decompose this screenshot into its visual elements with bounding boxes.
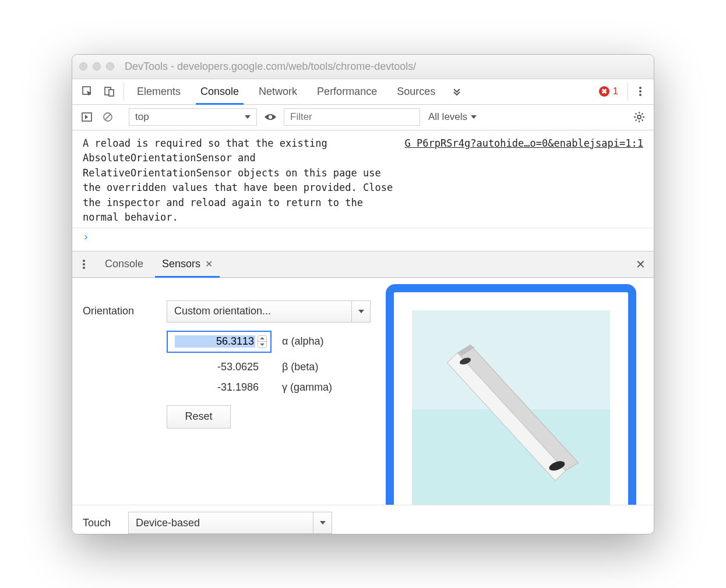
svg-point-4 [639, 90, 642, 93]
chevron-down-icon [471, 115, 477, 119]
orientation-preset-value: Custom orientation... [167, 305, 351, 317]
devtools-window: DevTools - developers.google.com/web/too… [72, 54, 654, 534]
touch-label: Touch [83, 517, 111, 529]
error-count: 1 [613, 86, 618, 97]
step-down-icon[interactable] [258, 342, 266, 348]
svg-rect-2 [109, 90, 114, 96]
svg-line-8 [105, 114, 111, 120]
device-toggle-icon[interactable] [99, 79, 120, 104]
drawer-tab-sensors-label: Sensors [162, 258, 200, 270]
svg-point-5 [639, 94, 642, 96]
console-toolbar: top All levels [72, 105, 654, 130]
close-tab-icon[interactable]: ✕ [205, 258, 213, 270]
window-titlebar: DevTools - developers.google.com/web/too… [72, 55, 654, 79]
alpha-value: 56.3113 [175, 335, 255, 348]
live-expression-icon[interactable] [260, 113, 280, 121]
svg-line-18 [642, 114, 643, 115]
gamma-label: γ (gamma) [282, 381, 332, 394]
orientation-preset-select[interactable]: Custom orientation... [167, 300, 371, 323]
tab-network[interactable]: Network [249, 79, 306, 104]
divider [124, 83, 124, 101]
tab-elements[interactable]: Elements [128, 79, 190, 104]
touch-section: Touch Device-based [72, 505, 654, 534]
touch-select[interactable]: Device-based [128, 512, 332, 534]
more-tabs-icon[interactable] [446, 79, 468, 104]
error-indicator[interactable]: ✖ 1 [593, 79, 624, 104]
inspect-element-icon[interactable] [77, 79, 98, 104]
devtools-menu-icon[interactable] [632, 79, 649, 104]
minimize-window-icon[interactable] [93, 62, 101, 70]
console-output: A reload is required so that the existin… [72, 130, 654, 228]
sensors-panel: Orientation Custom orientation... 56.311… [72, 278, 654, 505]
svg-line-16 [642, 119, 643, 121]
console-message-source[interactable]: G P6rpRSr4g?autohide…o=0&enablejsapi=1:1 [405, 136, 643, 225]
log-levels-label: All levels [428, 111, 467, 123]
device-3d-icon [412, 310, 610, 505]
error-icon: ✖ [599, 86, 609, 97]
zoom-window-icon[interactable] [106, 62, 114, 70]
drawer-tabbar: Console Sensors ✕ ✕ [72, 251, 654, 278]
tab-sources[interactable]: Sources [387, 79, 445, 104]
main-tabbar: Elements Console Network Performance Sou… [72, 79, 654, 105]
svg-point-20 [83, 263, 85, 265]
close-window-icon[interactable] [79, 62, 87, 70]
drawer-close-icon[interactable]: ✕ [627, 252, 654, 277]
execution-context-select[interactable]: top [129, 108, 257, 126]
orientation-section-label: Orientation [83, 300, 158, 505]
traffic-lights [79, 62, 114, 70]
gamma-value[interactable]: -31.1986 [167, 381, 272, 394]
svg-line-17 [636, 119, 637, 121]
chevron-down-icon [351, 301, 370, 322]
console-prompt[interactable]: › [72, 228, 654, 251]
execution-context-value: top [135, 111, 149, 123]
alpha-stepper[interactable] [258, 335, 267, 348]
svg-point-9 [269, 115, 272, 119]
drawer-tab-console[interactable]: Console [96, 252, 153, 277]
alpha-input[interactable]: 56.3113 [167, 331, 272, 353]
chevron-down-icon [313, 512, 332, 533]
console-message-text: A reload is required so that the existin… [83, 136, 398, 225]
log-levels-select[interactable]: All levels [424, 111, 481, 123]
touch-select-value: Device-based [129, 517, 313, 529]
console-settings-icon[interactable] [630, 111, 648, 123]
beta-label: β (beta) [282, 361, 318, 373]
tab-performance[interactable]: Performance [308, 79, 386, 104]
drawer-menu-icon[interactable] [72, 252, 96, 277]
console-filter-input[interactable] [284, 108, 420, 126]
orientation-preview-highlight [386, 284, 636, 505]
svg-point-3 [639, 87, 642, 89]
reset-button[interactable]: Reset [167, 405, 231, 428]
divider [628, 83, 628, 101]
chevron-down-icon [245, 115, 251, 119]
drawer-tab-sensors[interactable]: Sensors ✕ [153, 252, 222, 277]
console-message-row: A reload is required so that the existin… [83, 136, 643, 225]
orientation-preview[interactable] [412, 310, 610, 505]
step-up-icon[interactable] [258, 336, 266, 342]
toggle-sidebar-icon[interactable] [78, 109, 96, 125]
svg-point-21 [83, 267, 85, 269]
orientation-fields: Custom orientation... 56.3113 α (alpha) … [167, 300, 371, 505]
tab-console[interactable]: Console [191, 79, 248, 104]
svg-point-19 [83, 260, 85, 262]
clear-console-icon[interactable] [99, 109, 117, 125]
svg-point-10 [637, 115, 641, 119]
alpha-label: α (alpha) [282, 335, 323, 348]
window-title: DevTools - developers.google.com/web/too… [125, 61, 416, 73]
svg-line-15 [636, 114, 637, 115]
beta-value[interactable]: -53.0625 [167, 361, 272, 373]
